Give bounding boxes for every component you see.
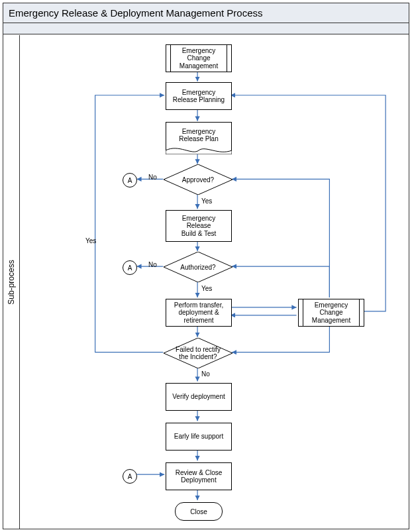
flow-canvas: EmergencyChangeManagement EmergencyRelea… [19,35,409,529]
node-close: Close [175,502,223,521]
connector-a-3-label: A [128,473,132,480]
node-els-label: Early life support [174,433,223,441]
node-approved: Approved? [164,164,232,195]
header-subbar [3,23,409,34]
node-review: Review & CloseDeployment [166,462,232,490]
node-ecm-right: EmergencyChangeManagement [298,299,364,327]
node-failed: Failed to rectifythe Incident? [164,338,232,368]
swimlane-text: Sub-process [7,260,16,304]
node-transfer-label: Perform transfer,deployment &retirement [174,301,223,325]
node-failed-label: Failed to rectifythe Incident? [169,346,227,360]
label-authorized-yes: Yes [201,285,212,292]
node-build-test: EmergencyReleaseBuild & Test [166,210,232,242]
node-els: Early life support [166,423,232,451]
connector-a-2-label: A [128,264,132,272]
node-ecm-right-label: EmergencyChangeManagement [312,301,350,325]
node-verify-label: Verify deployment [172,393,225,401]
node-ecm-top: EmergencyChangeManagement [166,44,232,72]
node-plan-doc: EmergencyRelease Plan [166,122,232,150]
label-authorized-no: No [148,261,157,268]
node-verify: Verify deployment [166,383,232,411]
node-build-test-label: EmergencyReleaseBuild & Test [181,215,217,238]
node-approved-label: Approved? [176,176,221,184]
label-failed-yes: Yes [85,237,96,244]
swimlane-label: Sub-process [3,35,20,529]
label-approved-yes: Yes [201,197,212,205]
page-title: Emergency Release & Deployment Managemen… [3,3,409,23]
node-plan-doc-label: EmergencyRelease Plan [179,128,218,143]
node-review-label: Review & CloseDeployment [176,469,223,484]
connector-a-1-label: A [128,177,132,184]
node-planning-label: EmergencyRelease Planning [173,89,225,104]
page-frame: Emergency Release & Deployment Managemen… [3,3,409,529]
node-close-label: Close [190,508,207,515]
connector-a-1: A [123,173,137,187]
connector-a-3: A [123,469,137,484]
node-authorized: Authorized? [164,252,232,282]
node-transfer: Perform transfer,deployment &retirement [166,299,232,327]
label-failed-no: No [201,370,210,378]
node-planning: EmergencyRelease Planning [166,82,232,110]
node-ecm-top-label: EmergencyChangeManagement [180,47,218,70]
node-authorized-label: Authorized? [174,264,222,271]
connector-a-2: A [123,260,137,275]
label-approved-no: No [148,174,157,181]
